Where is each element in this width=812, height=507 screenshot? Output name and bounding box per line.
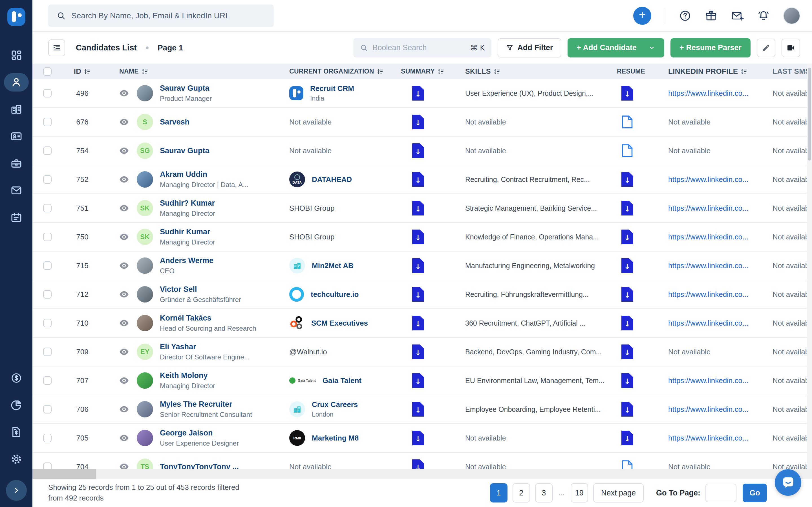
video-button[interactable] [781, 39, 800, 57]
candidate-avatar[interactable]: EY [137, 344, 153, 360]
page-button-3[interactable]: 3 [535, 483, 553, 503]
summary-download-icon[interactable]: ↓ [412, 373, 424, 388]
preview-eye-icon[interactable] [119, 90, 129, 97]
candidate-name-link[interactable]: TonyTonyTonyTony ... [160, 462, 239, 469]
preview-eye-icon[interactable] [119, 147, 129, 154]
page-button-1[interactable]: 1 [490, 483, 507, 503]
page-button-2[interactable]: 2 [513, 483, 530, 503]
sidebar-item-companies[interactable] [0, 96, 33, 123]
column-header-skills[interactable]: SKILLS [462, 67, 615, 75]
resume-download-icon[interactable]: ↓ [621, 402, 633, 416]
candidate-name-link[interactable]: Victor Sell [160, 285, 241, 294]
candidate-name-link[interactable]: Akram Uddin [160, 170, 248, 179]
resume-download-icon[interactable]: ↓ [621, 287, 633, 302]
preview-eye-icon[interactable] [119, 377, 129, 384]
candidate-avatar[interactable] [137, 315, 153, 331]
add-candidate-button[interactable]: + Add Candidate [567, 38, 664, 57]
preview-eye-icon[interactable] [119, 262, 129, 269]
organization-name[interactable]: Recruit CRM [310, 84, 354, 93]
organization-name[interactable]: Crux Careers [312, 400, 358, 409]
organization-name[interactable]: Gaia Talent [322, 376, 361, 385]
summary-download-icon[interactable]: ↓ [412, 230, 424, 244]
candidate-avatar[interactable]: SG [137, 143, 153, 159]
candidate-name-link[interactable]: Keith Molony [160, 371, 215, 380]
sidebar-expand-button[interactable] [6, 480, 27, 501]
organization-name[interactable]: DATAHEAD [312, 175, 352, 184]
sidebar-item-deals[interactable] [0, 364, 33, 392]
resume-download-icon[interactable]: ↓ [621, 344, 633, 359]
notifications-bell-icon[interactable] [757, 10, 770, 22]
candidate-name-link[interactable]: Sarvesh [160, 118, 190, 126]
sidebar-item-contacts[interactable] [0, 123, 33, 150]
row-checkbox[interactable] [43, 405, 52, 413]
organization-name[interactable]: Marketing M8 [312, 434, 359, 443]
candidate-avatar[interactable] [137, 171, 153, 187]
resume-download-icon[interactable]: ↓ [621, 201, 633, 216]
linkedin-link[interactable]: https://www.linkedin.co... [668, 89, 749, 98]
candidate-name-link[interactable]: Saurav Gupta [160, 147, 209, 155]
boolean-search-input[interactable] [372, 43, 466, 52]
column-header-last-sms[interactable]: LAST SMS [764, 67, 812, 76]
vertical-scrollbar[interactable] [807, 64, 812, 469]
column-header-name[interactable]: NAME [101, 68, 285, 75]
organization-name[interactable]: techculture.io [311, 290, 359, 299]
select-all-checkbox[interactable] [43, 67, 52, 76]
candidate-avatar[interactable] [137, 401, 153, 417]
preview-eye-icon[interactable] [119, 176, 129, 183]
preview-eye-icon[interactable] [119, 205, 129, 212]
summary-download-icon[interactable]: ↓ [412, 402, 424, 416]
linkedin-link[interactable]: https://www.linkedin.co... [668, 434, 749, 443]
row-checkbox[interactable] [43, 204, 52, 212]
resume-parser-button[interactable]: + Resume Parser [670, 38, 751, 57]
gift-icon[interactable] [705, 10, 717, 22]
linkedin-link[interactable]: https://www.linkedin.co... [668, 233, 749, 241]
linkedin-link[interactable]: https://www.linkedin.co... [668, 175, 749, 184]
resume-download-icon[interactable]: ↓ [621, 316, 633, 330]
global-search-box[interactable] [48, 4, 274, 27]
horizontal-scrollbar-thumb[interactable] [33, 469, 96, 479]
candidate-avatar[interactable] [137, 258, 153, 274]
preview-eye-icon[interactable] [119, 406, 129, 413]
summary-download-icon[interactable]: ↓ [412, 258, 424, 273]
row-checkbox[interactable] [43, 376, 52, 385]
candidate-name-link[interactable]: Anders Werme [160, 256, 213, 265]
resume-download-icon[interactable]: ↓ [621, 373, 633, 388]
recruitcrm-logo[interactable] [7, 8, 26, 26]
boolean-search-box[interactable]: ⌘ K [353, 38, 492, 57]
sidebar-item-settings[interactable] [0, 446, 33, 473]
chat-widget-button[interactable] [775, 469, 801, 496]
candidate-name-link[interactable]: Sudhir? Kumar [160, 199, 215, 208]
candidate-avatar[interactable]: S [137, 114, 153, 130]
summary-download-icon[interactable]: ↓ [412, 344, 424, 359]
page-button-19[interactable]: 19 [571, 483, 588, 503]
sidebar-item-dashboard[interactable] [0, 42, 33, 69]
row-checkbox[interactable] [43, 290, 52, 298]
preview-eye-icon[interactable] [119, 348, 129, 355]
candidate-avatar[interactable] [137, 430, 153, 446]
user-avatar[interactable] [783, 7, 800, 24]
preview-eye-icon[interactable] [119, 233, 129, 240]
add-filter-button[interactable]: Add Filter [498, 38, 561, 57]
email-compose-icon[interactable] [731, 10, 744, 22]
candidate-avatar[interactable] [137, 85, 153, 101]
candidate-avatar[interactable]: TS [137, 459, 153, 469]
candidate-name-link[interactable]: Kornél Takács [160, 314, 256, 323]
resume-download-icon[interactable]: ↓ [621, 172, 633, 187]
organization-name[interactable]: Min2Met AB [312, 262, 354, 270]
summary-download-icon[interactable]: ↓ [412, 172, 424, 187]
row-checkbox[interactable] [43, 348, 52, 356]
preview-eye-icon[interactable] [119, 320, 129, 327]
sidebar-item-emails[interactable] [0, 177, 33, 204]
linkedin-link[interactable]: https://www.linkedin.co... [668, 290, 749, 299]
row-checkbox[interactable] [43, 89, 52, 98]
column-header-current-organization[interactable]: CURRENT ORGANIZATION [285, 68, 398, 75]
sidebar-item-jobs[interactable] [0, 150, 33, 177]
list-view-toggle-button[interactable] [48, 40, 65, 56]
sidebar-item-candidates[interactable] [0, 69, 33, 96]
candidate-avatar[interactable]: SK [137, 200, 153, 216]
resume-download-icon[interactable] [621, 115, 633, 129]
column-header-linkedin-profile[interactable]: LINKEDIN PROFILE [663, 67, 764, 76]
horizontal-scrollbar[interactable] [33, 469, 812, 479]
sidebar-item-calendar[interactable] [0, 204, 33, 231]
summary-download-icon[interactable]: ↓ [412, 431, 424, 445]
